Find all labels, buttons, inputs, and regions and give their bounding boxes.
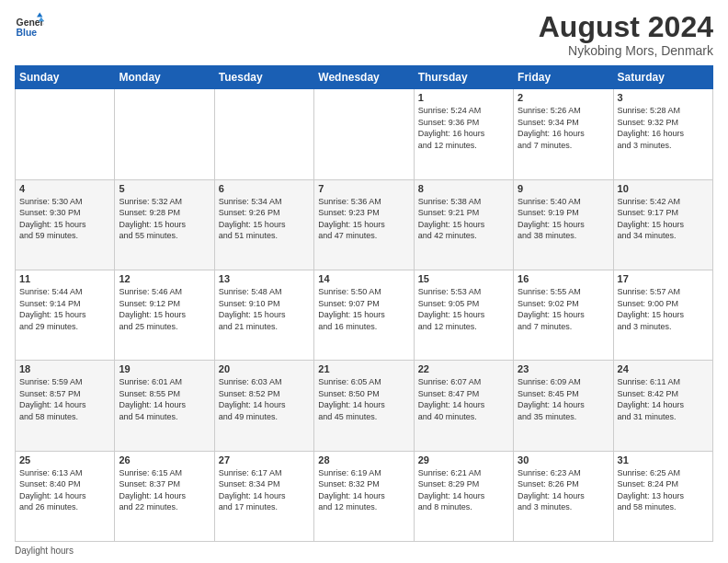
calendar-cell: 8Sunrise: 5:38 AMSunset: 9:21 PMDaylight… <box>414 179 513 270</box>
calendar-cell <box>16 89 115 179</box>
day-info: Sunrise: 6:03 AMSunset: 8:52 PMDaylight:… <box>219 376 310 422</box>
day-number: 31 <box>618 454 709 465</box>
calendar-cell: 16Sunrise: 5:55 AMSunset: 9:02 PMDayligh… <box>514 270 613 360</box>
day-number: 21 <box>318 363 409 374</box>
day-info: Sunrise: 6:11 AMSunset: 8:42 PMDaylight:… <box>618 376 709 422</box>
col-wednesday: Wednesday <box>314 66 414 89</box>
day-number: 11 <box>19 273 110 284</box>
calendar-cell: 3Sunrise: 5:28 AMSunset: 9:32 PMDaylight… <box>613 89 712 179</box>
calendar-cell: 22Sunrise: 6:07 AMSunset: 8:47 PMDayligh… <box>414 361 513 451</box>
day-number: 3 <box>618 92 709 103</box>
logo: General Blue <box>15 11 44 40</box>
calendar-cell: 2Sunrise: 5:26 AMSunset: 9:34 PMDaylight… <box>514 89 613 179</box>
calendar-cell: 26Sunrise: 6:15 AMSunset: 8:37 PMDayligh… <box>115 451 214 541</box>
col-saturday: Saturday <box>613 66 712 89</box>
day-number: 5 <box>119 183 210 194</box>
calendar-cell <box>314 89 414 179</box>
day-info: Sunrise: 5:42 AMSunset: 9:17 PMDaylight:… <box>618 196 709 242</box>
day-info: Sunrise: 5:28 AMSunset: 9:32 PMDaylight:… <box>618 105 709 151</box>
calendar-week-4: 18Sunrise: 5:59 AMSunset: 8:57 PMDayligh… <box>16 361 713 451</box>
day-info: Sunrise: 6:07 AMSunset: 8:47 PMDaylight:… <box>418 376 509 422</box>
col-sunday: Sunday <box>16 66 115 89</box>
day-info: Sunrise: 6:25 AMSunset: 8:24 PMDaylight:… <box>618 467 709 513</box>
day-info: Sunrise: 5:50 AMSunset: 9:07 PMDaylight:… <box>318 286 409 332</box>
calendar-cell: 29Sunrise: 6:21 AMSunset: 8:29 PMDayligh… <box>414 451 513 541</box>
calendar-cell: 11Sunrise: 5:44 AMSunset: 9:14 PMDayligh… <box>16 270 115 360</box>
day-number: 24 <box>618 363 709 374</box>
day-info: Sunrise: 5:48 AMSunset: 9:10 PMDaylight:… <box>219 286 310 332</box>
day-info: Sunrise: 6:13 AMSunset: 8:40 PMDaylight:… <box>19 467 110 513</box>
day-info: Sunrise: 5:24 AMSunset: 9:36 PMDaylight:… <box>418 105 509 151</box>
logo-icon: General Blue <box>15 11 44 40</box>
day-number: 19 <box>119 363 210 374</box>
svg-marker-2 <box>37 13 42 17</box>
day-info: Sunrise: 5:32 AMSunset: 9:28 PMDaylight:… <box>119 196 210 242</box>
calendar-cell: 9Sunrise: 5:40 AMSunset: 9:19 PMDaylight… <box>514 179 613 270</box>
day-info: Sunrise: 6:15 AMSunset: 8:37 PMDaylight:… <box>119 467 210 513</box>
day-info: Sunrise: 6:01 AMSunset: 8:55 PMDaylight:… <box>119 376 210 422</box>
day-info: Sunrise: 5:30 AMSunset: 9:30 PMDaylight:… <box>19 196 110 242</box>
day-number: 15 <box>418 273 509 284</box>
day-number: 7 <box>318 183 409 194</box>
calendar-week-1: 1Sunrise: 5:24 AMSunset: 9:36 PMDaylight… <box>16 89 713 179</box>
day-number: 6 <box>219 183 310 194</box>
day-number: 30 <box>518 454 609 465</box>
calendar-cell: 4Sunrise: 5:30 AMSunset: 9:30 PMDaylight… <box>16 179 115 270</box>
calendar-cell: 24Sunrise: 6:11 AMSunset: 8:42 PMDayligh… <box>613 361 712 451</box>
day-number: 1 <box>418 92 509 103</box>
day-info: Sunrise: 5:53 AMSunset: 9:05 PMDaylight:… <box>418 286 509 332</box>
col-monday: Monday <box>115 66 214 89</box>
day-number: 20 <box>219 363 310 374</box>
calendar-cell: 7Sunrise: 5:36 AMSunset: 9:23 PMDaylight… <box>314 179 414 270</box>
col-friday: Friday <box>514 66 613 89</box>
day-info: Sunrise: 6:09 AMSunset: 8:45 PMDaylight:… <box>518 376 609 422</box>
day-info: Sunrise: 6:05 AMSunset: 8:50 PMDaylight:… <box>318 376 409 422</box>
day-number: 13 <box>219 273 310 284</box>
subtitle: Nykobing Mors, Denmark <box>539 43 713 58</box>
main-title: August 2024 <box>539 11 713 43</box>
calendar-cell: 14Sunrise: 5:50 AMSunset: 9:07 PMDayligh… <box>314 270 414 360</box>
day-info: Sunrise: 5:44 AMSunset: 9:14 PMDaylight:… <box>19 286 110 332</box>
calendar-cell: 6Sunrise: 5:34 AMSunset: 9:26 PMDaylight… <box>214 179 313 270</box>
day-info: Sunrise: 5:46 AMSunset: 9:12 PMDaylight:… <box>119 286 210 332</box>
title-block: August 2024 Nykobing Mors, Denmark <box>539 11 713 58</box>
day-info: Sunrise: 5:36 AMSunset: 9:23 PMDaylight:… <box>318 196 409 242</box>
day-info: Sunrise: 5:38 AMSunset: 9:21 PMDaylight:… <box>418 196 509 242</box>
day-info: Sunrise: 5:59 AMSunset: 8:57 PMDaylight:… <box>19 376 110 422</box>
calendar-cell: 23Sunrise: 6:09 AMSunset: 8:45 PMDayligh… <box>514 361 613 451</box>
col-thursday: Thursday <box>414 66 513 89</box>
calendar-cell: 12Sunrise: 5:46 AMSunset: 9:12 PMDayligh… <box>115 270 214 360</box>
day-number: 22 <box>418 363 509 374</box>
calendar-cell: 17Sunrise: 5:57 AMSunset: 9:00 PMDayligh… <box>613 270 712 360</box>
calendar-cell: 19Sunrise: 6:01 AMSunset: 8:55 PMDayligh… <box>115 361 214 451</box>
day-number: 27 <box>219 454 310 465</box>
calendar-table: Sunday Monday Tuesday Wednesday Thursday… <box>15 65 713 542</box>
day-number: 12 <box>119 273 210 284</box>
calendar-cell: 27Sunrise: 6:17 AMSunset: 8:34 PMDayligh… <box>214 451 313 541</box>
day-info: Sunrise: 6:23 AMSunset: 8:26 PMDaylight:… <box>518 467 609 513</box>
day-number: 26 <box>119 454 210 465</box>
day-info: Sunrise: 5:34 AMSunset: 9:26 PMDaylight:… <box>219 196 310 242</box>
footer-note: Daylight hours <box>15 546 713 556</box>
calendar-cell: 5Sunrise: 5:32 AMSunset: 9:28 PMDaylight… <box>115 179 214 270</box>
day-info: Sunrise: 6:21 AMSunset: 8:29 PMDaylight:… <box>418 467 509 513</box>
calendar-week-2: 4Sunrise: 5:30 AMSunset: 9:30 PMDaylight… <box>16 179 713 270</box>
page: General Blue August 2024 Nykobing Mors, … <box>0 0 728 563</box>
day-info: Sunrise: 5:40 AMSunset: 9:19 PMDaylight:… <box>518 196 609 242</box>
day-number: 16 <box>518 273 609 284</box>
calendar-week-3: 11Sunrise: 5:44 AMSunset: 9:14 PMDayligh… <box>16 270 713 360</box>
calendar-cell <box>214 89 313 179</box>
calendar-cell: 25Sunrise: 6:13 AMSunset: 8:40 PMDayligh… <box>16 451 115 541</box>
header: General Blue August 2024 Nykobing Mors, … <box>15 11 713 58</box>
day-number: 10 <box>618 183 709 194</box>
day-info: Sunrise: 6:19 AMSunset: 8:32 PMDaylight:… <box>318 467 409 513</box>
calendar-cell: 10Sunrise: 5:42 AMSunset: 9:17 PMDayligh… <box>613 179 712 270</box>
day-info: Sunrise: 5:55 AMSunset: 9:02 PMDaylight:… <box>518 286 609 332</box>
day-number: 2 <box>518 92 609 103</box>
calendar-cell: 13Sunrise: 5:48 AMSunset: 9:10 PMDayligh… <box>214 270 313 360</box>
day-number: 9 <box>518 183 609 194</box>
day-number: 8 <box>418 183 509 194</box>
calendar-cell: 30Sunrise: 6:23 AMSunset: 8:26 PMDayligh… <box>514 451 613 541</box>
calendar-body: 1Sunrise: 5:24 AMSunset: 9:36 PMDaylight… <box>16 89 713 542</box>
day-info: Sunrise: 6:17 AMSunset: 8:34 PMDaylight:… <box>219 467 310 513</box>
